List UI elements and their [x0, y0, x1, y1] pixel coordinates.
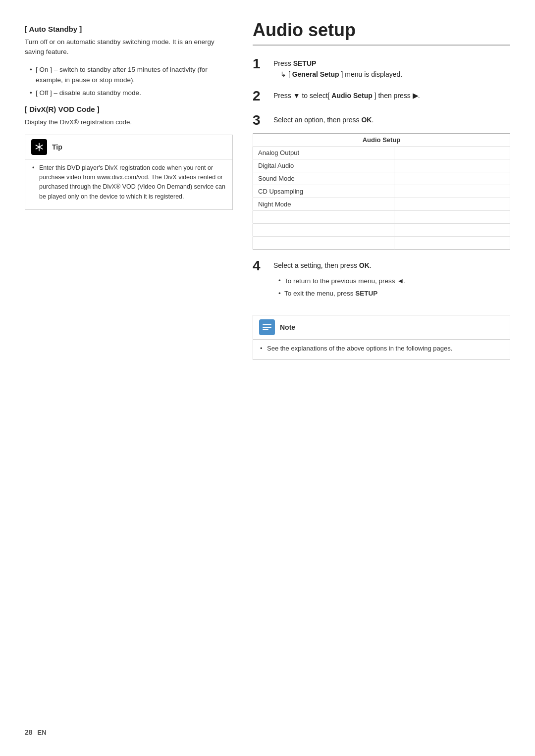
auto-standby-heading: [ Auto Standby ] — [25, 25, 233, 33]
step-4-number: 4 — [253, 258, 267, 274]
step-1: 1 Press SETUP ↳ [ General Setup ] menu i… — [253, 56, 510, 80]
right-column: Audio setup 1 Press SETUP ↳ [ General Se… — [253, 20, 510, 360]
table-row — [253, 236, 510, 249]
bullet-off: [ Off ] – disable auto standby mode. — [30, 88, 233, 99]
step-2-row: 2 Press ▼ to select[ Audio Setup ] then … — [253, 89, 510, 104]
page-title: Audio setup — [253, 20, 510, 46]
asterisk-icon — [34, 142, 44, 152]
page-number: 28 — [25, 728, 33, 736]
analog-output-label: Analog Output — [253, 146, 394, 159]
step-4-bullets: To return to the previous menu, press ◄.… — [273, 275, 406, 299]
bullet-on: [ On ] – switch to standby after 15 minu… — [30, 64, 233, 86]
step-1-row: 1 Press SETUP ↳ [ General Setup ] menu i… — [253, 56, 510, 80]
tip-box: Tip Enter this DVD player's DivX registr… — [25, 135, 233, 210]
note-box: Note See the explanations of the above o… — [253, 315, 510, 360]
analog-output-value — [394, 146, 510, 159]
table-row — [253, 210, 510, 223]
note-line-2 — [263, 327, 271, 328]
audio-table-header: Audio Setup — [253, 133, 510, 146]
auto-standby-bullets: [ On ] – switch to standby after 15 minu… — [25, 64, 233, 99]
tip-label: Tip — [52, 143, 62, 151]
divx-body: Display the DivX® registration code. — [25, 117, 233, 127]
step-1-indent: ↳ [ General Setup ] menu is displayed. — [273, 69, 402, 80]
empty-row-2-label — [253, 223, 394, 236]
empty-row-3-label — [253, 236, 394, 249]
sound-mode-label: Sound Mode — [253, 172, 394, 185]
empty-row-1-value — [394, 210, 510, 223]
auto-standby-body: Turn off or on automatic standby switchi… — [25, 37, 233, 57]
audio-setup-table: Audio Setup Analog Output Digital Audio … — [253, 133, 510, 250]
step-4-bullet-2: To exit the menu, press SETUP — [278, 288, 406, 299]
divx-heading: [ DivX(R) VOD Code ] — [25, 105, 233, 113]
left-column: [ Auto Standby ] Turn off or on automati… — [25, 20, 233, 360]
sound-mode-value — [394, 172, 510, 185]
cd-upsampling-label: CD Upsampling — [253, 185, 394, 198]
tip-header: Tip — [25, 135, 232, 159]
night-mode-value — [394, 198, 510, 210]
step-2-content: Press ▼ to select[ Audio Setup ] then pr… — [273, 89, 420, 101]
empty-row-1-label — [253, 210, 394, 223]
step-1-number: 1 — [253, 56, 267, 72]
empty-row-2-value — [394, 223, 510, 236]
step-3-number: 3 — [253, 113, 267, 128]
step-3: 3 Select an option, then press OK. Audio… — [253, 113, 510, 250]
page-footer: 28 EN — [25, 728, 47, 736]
step-2-number: 2 — [253, 89, 267, 104]
empty-row-3-value — [394, 236, 510, 249]
step-4-row: 4 Select a setting, then press OK. To re… — [253, 258, 510, 306]
tip-content: Enter this DVD player's DivX registratio… — [25, 159, 232, 210]
note-header: Note — [253, 315, 510, 339]
note-label: Note — [280, 323, 295, 331]
cd-upsampling-value — [394, 185, 510, 198]
note-icon — [259, 319, 275, 335]
table-row: Digital Audio — [253, 159, 510, 172]
note-line-1 — [263, 324, 271, 325]
table-row: CD Upsampling — [253, 185, 510, 198]
step-4-bullet-1: To return to the previous menu, press ◄. — [278, 275, 406, 287]
step-3-content: Select an option, then press OK. — [273, 113, 374, 126]
tip-text: Enter this DVD player's DivX registratio… — [32, 163, 225, 202]
note-line-3 — [263, 329, 268, 330]
note-content: See the explanations of the above option… — [253, 339, 510, 359]
step-4: 4 Select a setting, then press OK. To re… — [253, 258, 510, 306]
tip-icon — [31, 139, 47, 155]
note-text: See the explanations of the above option… — [260, 344, 503, 353]
step-1-content: Press SETUP ↳ [ General Setup ] menu is … — [273, 56, 402, 80]
table-row: Sound Mode — [253, 172, 510, 185]
digital-audio-label: Digital Audio — [253, 159, 394, 172]
page-lang: EN — [38, 729, 47, 736]
step-3-row: 3 Select an option, then press OK. — [253, 113, 510, 128]
step-4-content: Select a setting, then press OK. To retu… — [273, 258, 406, 306]
table-row: Night Mode — [253, 198, 510, 210]
digital-audio-value — [394, 159, 510, 172]
step-2: 2 Press ▼ to select[ Audio Setup ] then … — [253, 89, 510, 104]
table-row — [253, 223, 510, 236]
table-row: Analog Output — [253, 146, 510, 159]
note-icon-lines — [261, 323, 273, 331]
night-mode-label: Night Mode — [253, 198, 394, 210]
